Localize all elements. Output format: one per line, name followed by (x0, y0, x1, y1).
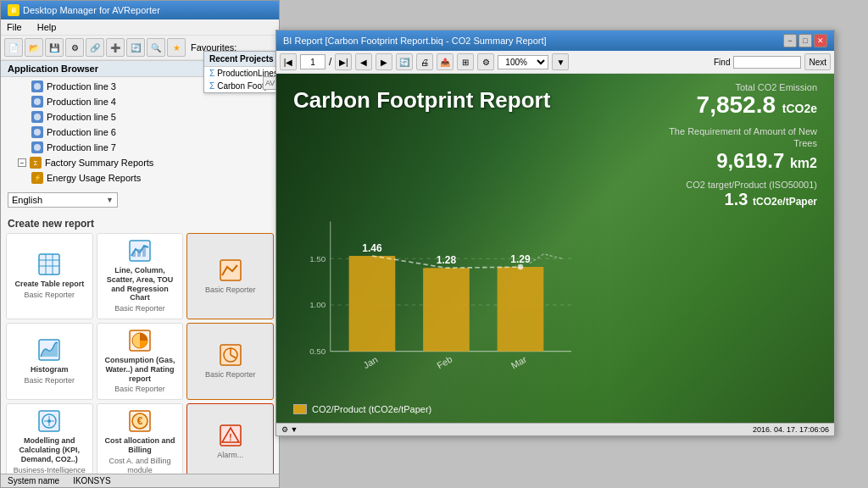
report-card-line[interactable]: Line, Column, Scatter, Area, TOU and Reg… (97, 233, 184, 319)
partial3-icon (219, 258, 242, 282)
svg-point-1 (34, 98, 41, 105)
svg-rect-50 (349, 256, 396, 352)
alarm-sub: Alarm... (217, 451, 243, 460)
bi-status-bar: ⚙ ▼ 2016. 04. 17. 17:06:06 (276, 423, 834, 435)
table-card-sub: Basic Reporter (25, 291, 75, 300)
find-next-btn[interactable]: Next (804, 53, 831, 70)
cost-title: Cost allocation and Billing (101, 436, 180, 455)
settings-status-icon[interactable]: ⚙ (281, 425, 288, 434)
trees-value: 9,619.7 km2 (665, 149, 817, 173)
create-report-title: Create new report (1, 213, 279, 233)
toolbar-btn-5[interactable]: 🔗 (86, 38, 104, 57)
bi-report-content: Carbon Footprint Report Total CO2 Emissi… (276, 74, 834, 423)
menu-file[interactable]: File (4, 21, 25, 33)
zoom-dropdown-btn[interactable]: ▼ (552, 53, 569, 70)
report-card-kpi[interactable]: Modelling and Calculating (KPI, Demand, … (6, 403, 93, 474)
table-card-title: Create Table report (14, 280, 84, 289)
status-bar: System name IKONSYS (1, 474, 279, 487)
toolbar-btn-6[interactable]: ➕ (106, 38, 125, 57)
timestamp: 2016. 04. 17. 17:06:06 (753, 425, 829, 434)
svg-text:1.29: 1.29 (510, 253, 531, 265)
menu-help[interactable]: Help (35, 21, 59, 33)
report-card-histogram[interactable]: Histogram Basic Reporter (6, 323, 93, 400)
kpi-icon (37, 409, 61, 433)
settings-btn[interactable]: ⚙ (477, 53, 494, 70)
svg-text:Jan: Jan (361, 354, 379, 370)
svg-rect-11 (132, 252, 136, 257)
svg-rect-5 (39, 254, 59, 274)
tree-item-prod4[interactable]: Production line 4 (1, 94, 279, 109)
bi-status-icons: ⚙ ▼ (281, 425, 298, 434)
report-card-consumption[interactable]: Consumption (Gas, Water..) and Rating re… (97, 323, 184, 400)
energy-icon: ⚡ (31, 172, 43, 184)
close-button[interactable]: ✕ (814, 34, 827, 47)
table-icon (37, 252, 61, 276)
report-cards-grid: Create Table report Basic Reporter Line,… (1, 233, 279, 474)
bi-toolbar: |◀ / ▶| ◀ ▶ 🔄 🖨 📤 ⊞ ⚙ 100% 50% 75% 125% … (276, 51, 834, 74)
svg-text:Feb: Feb (435, 354, 453, 371)
svg-text:0.50: 0.50 (309, 347, 326, 356)
sigma-icon-2: Σ (209, 81, 214, 91)
tree-item-prod5[interactable]: Production line 5 (1, 109, 279, 125)
consumption-title: Consumption (Gas, Water..) and Rating re… (101, 356, 180, 383)
prod-icon-4 (31, 126, 43, 138)
tree-item-prod7[interactable]: Production line 7 (1, 140, 279, 155)
export-btn[interactable]: 📤 (437, 53, 453, 70)
open-button[interactable]: 📂 (25, 38, 43, 57)
desktop-manager-titlebar: 🖥 Desktop Manager for AVReporter (1, 1, 279, 19)
histogram-title: Histogram (31, 365, 69, 374)
svg-point-59 (518, 264, 524, 270)
collapse-factory[interactable]: − (18, 158, 26, 167)
tree-section: Production line 3 Production line 4 Prod… (1, 77, 279, 187)
partial6-sub: Basic Reporter (205, 370, 256, 380)
bar-chart-svg: 1.50 1.00 0.50 1.46 Jan 1.28 Feb 1.29 Ma… (293, 211, 590, 380)
co2-value: 7,852.8 tCO2e (665, 92, 817, 119)
report-card-table[interactable]: Create Table report Basic Reporter (6, 233, 93, 319)
save-button[interactable]: 💾 (45, 38, 64, 57)
svg-point-26 (47, 419, 51, 423)
minimize-button[interactable]: − (783, 34, 797, 47)
refresh-btn[interactable]: 🔄 (396, 53, 413, 70)
svg-text:1.50: 1.50 (309, 254, 326, 263)
new-button[interactable]: 📄 (4, 38, 23, 57)
svg-text:1.46: 1.46 (362, 242, 382, 254)
language-dropdown[interactable]: English ▼ (8, 192, 118, 208)
app-icon: 🖥 (8, 4, 19, 16)
prod-icon-2 (31, 96, 43, 108)
find-input[interactable] (733, 56, 801, 69)
next-page-btn[interactable]: ▶ (376, 53, 392, 70)
find-label: Find (714, 58, 730, 67)
page-separator: / (329, 56, 331, 68)
report-card-cost[interactable]: € Cost allocation and Billing Cost A. an… (97, 403, 184, 474)
report-card-partial3[interactable]: Basic Reporter (186, 233, 274, 319)
report-card-partial6[interactable]: Basic Reporter (186, 323, 274, 400)
tree-item-prod6[interactable]: Production line 6 (1, 125, 279, 140)
status-arrow: ▼ (291, 425, 298, 434)
toolbar-btn-8[interactable]: 🔍 (147, 38, 165, 57)
svg-text:1.28: 1.28 (437, 254, 457, 266)
legend-color-swatch (293, 404, 307, 414)
svg-rect-13 (142, 247, 146, 257)
svg-point-0 (34, 83, 41, 90)
svg-text:€: € (137, 415, 143, 427)
kpi-sub: Business-Intelligence (14, 466, 86, 474)
menu-bar: File Help (1, 19, 279, 36)
svg-rect-12 (137, 249, 141, 257)
maximize-button[interactable]: □ (798, 34, 812, 47)
toolbar-btn-7[interactable]: 🔄 (126, 38, 145, 57)
layout-btn[interactable]: ⊞ (457, 53, 474, 70)
target-label: CO2 target/Product (ISO50001) (665, 180, 817, 190)
zoom-select[interactable]: 100% 50% 75% 125% 150% (498, 55, 548, 69)
page-input[interactable] (300, 54, 326, 69)
last-page-btn[interactable]: ▶| (335, 53, 352, 70)
first-page-btn[interactable]: |◀ (280, 53, 297, 70)
print-btn[interactable]: 🖨 (416, 53, 433, 70)
partial6-icon (219, 343, 242, 367)
prod-icon (31, 80, 43, 92)
tree-item-factory[interactable]: − Σ Factory Summary Reports (1, 155, 279, 170)
prev-page-btn[interactable]: ◀ (355, 53, 372, 70)
report-card-alarm[interactable]: ! Alarm... (186, 403, 274, 474)
toolbar-btn-star[interactable]: ★ (167, 38, 186, 57)
toolbar-btn-4[interactable]: ⚙ (65, 38, 84, 57)
tree-item-energy[interactable]: ⚡ Energy Usage Reports (1, 170, 279, 186)
